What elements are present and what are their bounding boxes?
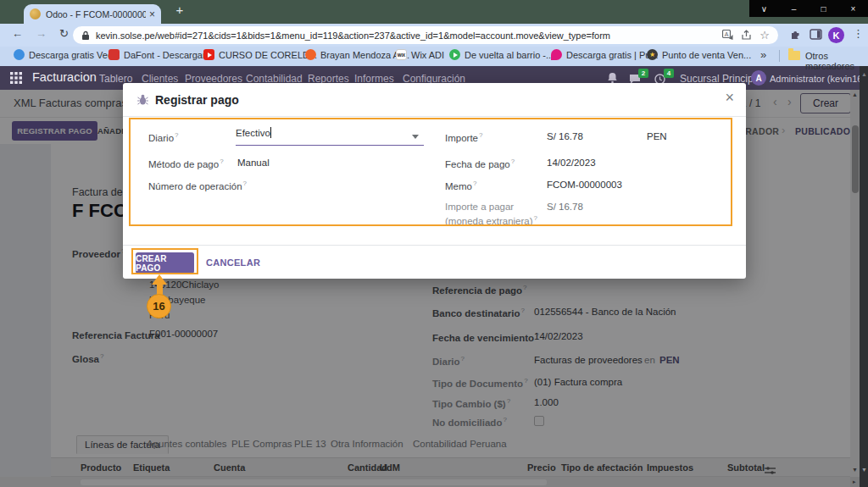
bookmark-favicon xyxy=(551,49,562,60)
bookmark-favicon xyxy=(305,49,316,60)
bookmark-item[interactable]: ★ Punto de venta Ven... xyxy=(647,49,751,60)
dialog-title: Registrar pago xyxy=(155,93,239,107)
svg-text:A: A xyxy=(725,31,729,37)
lock-icon xyxy=(81,30,90,41)
bookmark-item[interactable]: Descarga gratis Vec... xyxy=(14,49,120,60)
annotation-highlight-button xyxy=(131,248,198,274)
translate-icon[interactable]: A xyxy=(722,30,733,41)
browser-toolbar: ← → ↻ kevin.solse.pe/web#id=271&cids=1&b… xyxy=(0,24,868,47)
odoo-favicon-icon xyxy=(30,8,41,19)
reload-icon[interactable]: ↻ xyxy=(59,27,69,40)
bookmark-item[interactable]: Brayan Mendoza Ar... xyxy=(305,49,409,60)
bookmark-star-icon[interactable]: ☆ xyxy=(760,30,770,41)
browser-tab-strip: Odoo - F FCOM-00000003 (F001 × + ∨ – □ × xyxy=(0,0,868,24)
star-badge-icon: ★ xyxy=(647,49,658,60)
user-menu[interactable]: Administrator (kevin16) xyxy=(770,74,865,84)
window-menu-button[interactable]: ∨ xyxy=(749,0,779,17)
browser-profile-avatar[interactable]: K xyxy=(828,27,844,43)
folder-icon xyxy=(788,51,800,60)
wix-icon: WIX xyxy=(396,49,407,60)
user-avatar[interactable]: A xyxy=(751,70,766,86)
bookmark-item[interactable]: CURSO DE CORELD... xyxy=(203,49,317,60)
bookmark-favicon xyxy=(108,49,120,60)
browser-scroll-up-icon[interactable]: ▲ xyxy=(861,71,867,77)
chat-badge: 2 xyxy=(638,69,648,78)
apps-grid-icon[interactable] xyxy=(10,72,22,87)
annotation-step-badge: 16 xyxy=(147,294,171,318)
side-panel-icon[interactable] xyxy=(810,28,822,41)
extensions-puzzle-icon[interactable] xyxy=(789,28,802,41)
bookmark-item[interactable]: Descarga gratis | Pu... xyxy=(551,49,659,60)
browser-tab[interactable]: Odoo - F FCOM-00000003 (F001 × xyxy=(24,4,161,24)
browser-menu-icon[interactable]: ⋮ xyxy=(853,27,864,40)
browser-scroll-down-icon[interactable]: ▼ xyxy=(861,467,867,473)
dialog-header: Registrar pago × xyxy=(123,83,746,117)
bookmark-item[interactable]: DaFont - Descargar... xyxy=(108,49,213,60)
app-name[interactable]: Facturacion xyxy=(32,70,97,84)
bookmark-item[interactable]: WIX Wix ADI xyxy=(396,49,444,60)
other-bookmarks[interactable]: Otros marcadores xyxy=(805,51,868,71)
bookmark-favicon xyxy=(14,49,25,60)
bookmarks-overflow-icon[interactable]: » xyxy=(760,48,766,61)
browser-scrollbar[interactable]: ▲ ▼ xyxy=(860,66,868,487)
bookmarks-divider xyxy=(779,50,780,62)
cancelar-button[interactable]: CANCELAR xyxy=(206,257,260,268)
new-tab-button[interactable]: + xyxy=(171,3,188,17)
url-text: kevin.solse.pe/web#id=271&cids=1&bids=1&… xyxy=(96,30,715,41)
window-maximize-button[interactable]: □ xyxy=(809,0,838,17)
activity-badge: 4 xyxy=(664,69,674,78)
window-close-button[interactable]: × xyxy=(838,0,868,17)
address-bar[interactable]: kevin.solse.pe/web#id=271&cids=1&bids=1&… xyxy=(73,26,778,44)
back-icon[interactable]: ← xyxy=(12,27,23,40)
play-icon xyxy=(449,49,460,60)
bookmark-item[interactable]: De vuelta al barrio -... xyxy=(449,49,554,60)
dialog-footer: CREAR PAGO CANCELAR xyxy=(123,245,746,279)
debug-bug-icon xyxy=(137,94,148,109)
screenshot-root: Odoo - F FCOM-00000003 (F001 × + ∨ – □ ×… xyxy=(0,0,868,487)
bookmarks-bar: Descarga gratis Vec... DaFont - Descarga… xyxy=(0,47,868,66)
forward-icon[interactable]: → xyxy=(36,27,47,40)
tab-title: Odoo - F FCOM-00000003 (F001 xyxy=(46,9,146,19)
window-minimize-button[interactable]: – xyxy=(779,0,809,17)
annotation-highlight-fields xyxy=(129,118,732,226)
dialog-close-icon[interactable]: × xyxy=(725,89,734,107)
youtube-icon xyxy=(203,49,214,60)
tab-close-icon[interactable]: × xyxy=(149,8,155,20)
window-controls: ∨ – □ × xyxy=(749,0,868,17)
share-icon[interactable] xyxy=(741,30,752,41)
